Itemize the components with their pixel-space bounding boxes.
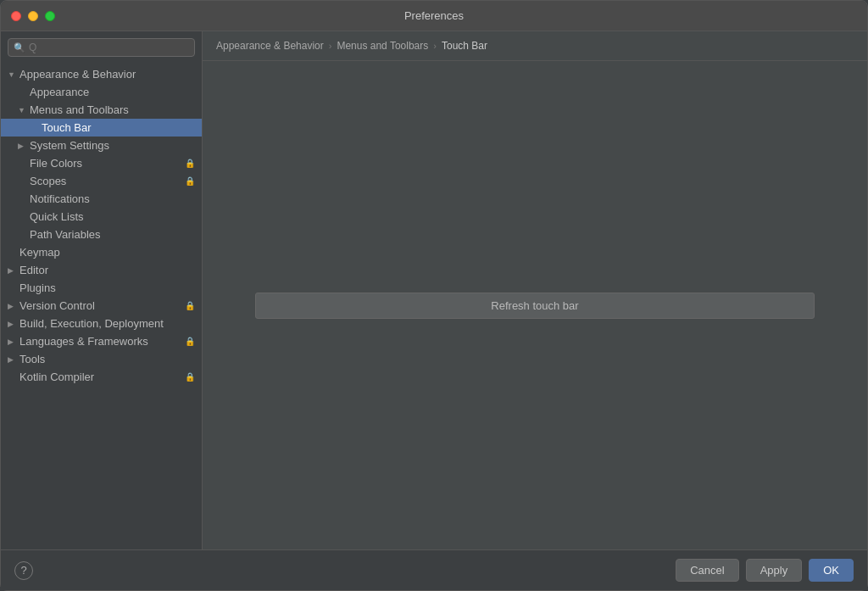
lock-icon: 🔒 xyxy=(185,176,195,186)
sidebar-item-label: Quick Lists xyxy=(30,210,195,223)
sidebar-item-label: Appearance & Behavior xyxy=(19,68,195,81)
lock-icon: 🔒 xyxy=(185,301,195,310)
minimize-button[interactable] xyxy=(28,11,38,21)
sidebar-item-scopes[interactable]: Scopes 🔒 xyxy=(1,172,202,190)
arrow-icon: ▼ xyxy=(8,70,19,79)
sidebar-item-label: Appearance xyxy=(30,86,195,98)
maximize-button[interactable] xyxy=(45,11,55,21)
sidebar-item-appearance-behavior[interactable]: ▼ Appearance & Behavior xyxy=(1,65,202,83)
sidebar-item-notifications[interactable]: Notifications xyxy=(1,190,202,208)
sidebar-item-system-settings[interactable]: ▶ System Settings xyxy=(1,137,202,154)
footer-left: ? xyxy=(14,561,33,580)
sidebar-item-editor[interactable]: ▶ Editor xyxy=(1,261,202,279)
sidebar-item-label: System Settings xyxy=(30,139,195,152)
arrow-icon: ▼ xyxy=(18,106,30,114)
sidebar-item-build-execution[interactable]: ▶ Build, Execution, Deployment xyxy=(1,315,202,332)
sidebar-item-appearance[interactable]: Appearance xyxy=(1,83,202,101)
sidebar: 🔍 ▼ Appearance & Behavior Appearance ▼ M… xyxy=(1,31,203,549)
content-area: Appearance & Behavior › Menus and Toolba… xyxy=(203,31,867,549)
sidebar-item-label: Build, Execution, Deployment xyxy=(19,317,195,330)
sidebar-item-label: Menus and Toolbars xyxy=(30,103,195,116)
preferences-window: Preferences 🔍 ▼ Appearance & Behavior Ap… xyxy=(0,0,868,591)
sidebar-item-languages-frameworks[interactable]: ▶ Languages & Frameworks 🔒 xyxy=(1,332,202,350)
sidebar-item-label: Version Control xyxy=(19,299,181,312)
title-bar: Preferences xyxy=(1,1,867,31)
sidebar-item-touch-bar[interactable]: Touch Bar xyxy=(1,119,202,137)
breadcrumb: Appearance & Behavior › Menus and Toolba… xyxy=(203,31,867,61)
arrow-icon: ▶ xyxy=(8,320,19,328)
sidebar-item-kotlin-compiler[interactable]: Kotlin Compiler 🔒 xyxy=(1,368,202,386)
arrow-icon: ▶ xyxy=(18,142,30,150)
arrow-icon: ▶ xyxy=(8,337,19,346)
cancel-button[interactable]: Cancel xyxy=(676,559,738,582)
refresh-touch-bar-button[interactable]: Refresh touch bar xyxy=(255,293,815,319)
sidebar-item-label: Touch Bar xyxy=(42,121,195,134)
arrow-icon: ▶ xyxy=(8,266,19,275)
main-content: 🔍 ▼ Appearance & Behavior Appearance ▼ M… xyxy=(1,31,867,549)
close-button[interactable] xyxy=(11,11,21,21)
sidebar-item-version-control[interactable]: ▶ Version Control 🔒 xyxy=(1,297,202,315)
breadcrumb-separator-1: › xyxy=(329,41,332,51)
arrow-icon: ▶ xyxy=(8,355,19,364)
lock-icon: 🔒 xyxy=(185,337,195,346)
sidebar-item-label: Tools xyxy=(19,353,195,365)
sidebar-item-keymap[interactable]: Keymap xyxy=(1,243,202,261)
sidebar-tree: ▼ Appearance & Behavior Appearance ▼ Men… xyxy=(1,64,202,549)
sidebar-item-label: File Colors xyxy=(30,157,181,170)
sidebar-item-quick-lists[interactable]: Quick Lists xyxy=(1,208,202,226)
breadcrumb-part-3: Touch Bar xyxy=(442,40,487,52)
help-button[interactable]: ? xyxy=(14,561,33,580)
sidebar-item-label: Scopes xyxy=(30,175,181,187)
sidebar-item-path-variables[interactable]: Path Variables xyxy=(1,226,202,243)
sidebar-item-label: Kotlin Compiler xyxy=(19,371,181,383)
ok-button[interactable]: OK xyxy=(809,559,854,582)
breadcrumb-separator-2: › xyxy=(433,41,437,51)
sidebar-item-label: Notifications xyxy=(30,192,195,205)
help-icon: ? xyxy=(20,564,26,577)
search-icon: 🔍 xyxy=(14,42,25,53)
sidebar-item-tools[interactable]: ▶ Tools xyxy=(1,350,202,368)
sidebar-item-label: Languages & Frameworks xyxy=(19,335,181,348)
search-input[interactable] xyxy=(29,42,189,53)
footer: ? Cancel Apply OK xyxy=(1,549,867,590)
breadcrumb-part-1: Appearance & Behavior xyxy=(216,40,324,52)
arrow-icon: ▶ xyxy=(8,302,19,310)
sidebar-item-label: Plugins xyxy=(19,282,195,294)
traffic-lights xyxy=(11,11,55,21)
sidebar-item-label: Editor xyxy=(19,264,195,276)
breadcrumb-part-2: Menus and Toolbars xyxy=(337,40,428,52)
panel-body: Refresh touch bar xyxy=(203,61,867,549)
search-box[interactable]: 🔍 xyxy=(8,38,195,57)
sidebar-item-label: Path Variables xyxy=(30,228,195,241)
lock-icon: 🔒 xyxy=(185,372,195,382)
lock-icon: 🔒 xyxy=(185,159,195,168)
sidebar-item-menus-toolbars[interactable]: ▼ Menus and Toolbars xyxy=(1,101,202,119)
sidebar-item-file-colors[interactable]: File Colors 🔒 xyxy=(1,154,202,172)
sidebar-item-label: Keymap xyxy=(19,246,195,259)
sidebar-item-plugins[interactable]: Plugins xyxy=(1,279,202,297)
apply-button[interactable]: Apply xyxy=(746,559,803,582)
footer-right: Cancel Apply OK xyxy=(676,559,854,582)
window-title: Preferences xyxy=(404,9,464,22)
